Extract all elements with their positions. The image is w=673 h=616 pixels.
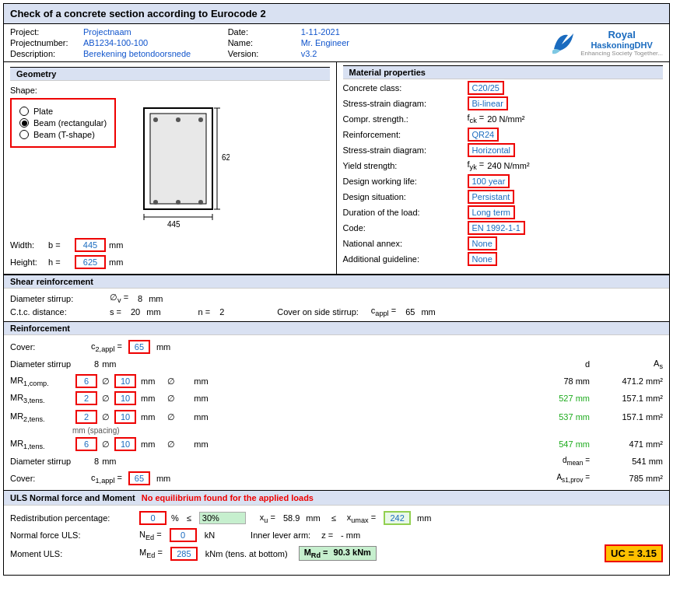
- national-value[interactable]: None: [468, 236, 497, 250]
- radio-beam-rect-circle[interactable]: [19, 118, 29, 128]
- xu-max-value[interactable]: 242: [384, 511, 411, 525]
- diam-symbol-1: ∅: [102, 376, 110, 387]
- med-value[interactable]: 285: [170, 547, 198, 561]
- xu-label: xu =: [260, 513, 275, 524]
- width-formula: b =: [48, 240, 72, 250]
- version-value: v3.2: [301, 49, 317, 58]
- shear-cover-symbol: cappl =: [371, 306, 396, 317]
- mr1-tens-label: MR1,tens.: [10, 439, 72, 450]
- additional-row: Additional guideline: None: [343, 252, 664, 266]
- radio-beam-t-circle[interactable]: [19, 130, 29, 139]
- shear-header: Shear reinforcement: [4, 275, 669, 289]
- shear-ctc-label: C.t.c. distance:: [10, 307, 103, 317]
- reinforcement-content: Cover: c2,appl = 65 mm Diameter stirrup …: [4, 335, 669, 490]
- mr2-tens-n1[interactable]: 2: [75, 410, 97, 424]
- geometry-header: Geometry: [10, 67, 330, 81]
- width-label: Width:: [10, 240, 45, 250]
- design-situation-value[interactable]: Persistant: [468, 190, 515, 204]
- uc-label: UC =: [611, 548, 634, 559]
- radio-beam-t-label: Beam (T-shape): [33, 130, 95, 139]
- xu-max-label: xumax =: [347, 513, 376, 524]
- uc-container: UC = 3.15: [605, 544, 663, 562]
- shear-ctc-row: C.t.c. distance: s = 20 mm n = 2 Cover o…: [10, 306, 663, 317]
- shear-section: Shear reinforcement Diameter stirrup: ∅v…: [4, 275, 669, 321]
- cover-top-value[interactable]: 65: [128, 340, 150, 354]
- mr1-tens-row: MR1,tens. 6 ∅ 10 mm ∅ mm 547 mm 471 mm²: [10, 436, 663, 452]
- material-header: Material properties: [343, 65, 664, 79]
- lever-label: Inner lever arm:: [251, 530, 310, 540]
- mr3-tens-mm2: mm: [194, 394, 208, 403]
- radio-plate-label: Plate: [33, 107, 53, 116]
- cover-top-unit: mm: [156, 342, 170, 352]
- mr1-comp-as: 471.2 mm²: [593, 376, 663, 386]
- reinforcement-section: Reinforcement Cover: c2,appl = 65 mm Dia…: [4, 321, 669, 490]
- version-label: Version:: [228, 49, 298, 58]
- radio-beam-rect[interactable]: Beam (rectangular): [19, 118, 107, 128]
- logo-bird-icon: [546, 27, 576, 58]
- redistrib-row: Redistribution percentage: 0 % ≤ 30 % xu…: [10, 510, 663, 526]
- logo-haskoning: HaskoningDHV: [580, 40, 663, 50]
- redistrib-leq: ≤: [187, 513, 191, 523]
- radio-beam-t[interactable]: Beam (T-shape): [19, 130, 107, 139]
- shear-cover-value: 65: [405, 307, 415, 317]
- mr3-tens-unit1: mm: [141, 394, 155, 403]
- mr1-comp-n1[interactable]: 6: [75, 374, 97, 388]
- diam-stirrup-top-unit: mm: [102, 359, 116, 369]
- xu-unit: mm: [306, 513, 320, 523]
- projectnumber-value: AB1234-100-100: [83, 38, 148, 47]
- mr1-tens-as: 471 mm²: [593, 439, 663, 449]
- project-col-left: Project: Projectnaam Projectnumber: AB12…: [10, 27, 228, 58]
- height-label: Height:: [10, 257, 45, 267]
- duration-value[interactable]: Long term: [468, 205, 516, 219]
- diam-stirrup-bot-label: Diameter stirrup: [10, 457, 72, 466]
- reinforcement-value[interactable]: QR24: [468, 128, 499, 142]
- radio-plate[interactable]: Plate: [19, 107, 107, 116]
- height-input[interactable]: 625: [75, 255, 106, 269]
- reinf-stress-strain-value[interactable]: Horizontal: [468, 143, 516, 157]
- project-col-mid: Date: 1-11-2021 Name: Mr. Engineer Versi…: [228, 27, 446, 58]
- redistrib-value[interactable]: 0: [139, 511, 166, 525]
- additional-value[interactable]: None: [468, 252, 497, 266]
- stress-strain-value[interactable]: Bi-linear: [468, 96, 508, 110]
- mr1-comp-diam1[interactable]: 10: [114, 374, 136, 388]
- shear-diam-symbol: ∅v =: [110, 292, 128, 304]
- yield-row: Yield strength: fyk = 240 N/mm²: [343, 159, 664, 173]
- as1prov-label: As1,prov =: [535, 473, 590, 484]
- diam-stirrup-top-row: Diameter stirrup 8 mm d As: [10, 356, 663, 372]
- shear-ctc-unit: mm: [146, 307, 160, 317]
- code-value[interactable]: EN 1992-1-1: [468, 221, 525, 235]
- cover-bot-label: Cover:: [10, 474, 72, 483]
- additional-label: Additional guideline:: [343, 254, 468, 264]
- height-row: Height: h = 625 mm: [10, 255, 330, 269]
- shear-ctc-symbol: s =: [110, 307, 121, 317]
- shear-diam-label: Diameter stirrup:: [10, 294, 103, 303]
- col-d-header: d: [535, 359, 590, 369]
- mr3-tens-label: MR3,tens.: [10, 393, 72, 404]
- mr2-tens-d: 537 mm: [535, 412, 590, 422]
- height-unit: mm: [109, 257, 123, 267]
- width-input[interactable]: 445: [75, 238, 106, 252]
- design-life-value[interactable]: 100 year: [468, 174, 510, 188]
- projectnumber-label: Projectnumber:: [10, 38, 80, 47]
- moment-label: Moment ULS:: [10, 549, 135, 558]
- svg-point-13: [153, 200, 158, 205]
- dmean-label: dmean =: [535, 456, 590, 467]
- dmean-value: 541 mm: [593, 457, 663, 466]
- mr2-tens-as: 157.1 mm²: [593, 412, 663, 422]
- cover-bot-value[interactable]: 65: [128, 471, 150, 485]
- concrete-class-value[interactable]: C20/25: [468, 81, 504, 95]
- mr2-tens-diam1[interactable]: 10: [114, 410, 136, 424]
- mr1-comp-row: MR1,comp. 6 ∅ 10 mm ∅ mm 78 mm 471.2 mm²: [10, 373, 663, 389]
- uc-value: 3.15: [637, 548, 657, 559]
- mrd-label: MRd =: [304, 548, 328, 557]
- mr1-tens-diam1[interactable]: 10: [114, 437, 136, 451]
- svg-point-10: [153, 117, 158, 122]
- mr3-tens-n1[interactable]: 2: [75, 391, 97, 405]
- radio-plate-circle[interactable]: [19, 107, 29, 116]
- mr1-tens-n1[interactable]: 6: [75, 437, 97, 451]
- ned-value[interactable]: 0: [170, 528, 197, 542]
- logo-royal: Royal: [580, 29, 663, 40]
- name-value: Mr. Engineer: [301, 38, 349, 47]
- mr3-tens-diam1[interactable]: 10: [114, 391, 136, 405]
- mr1-tens-unit1: mm: [141, 439, 155, 449]
